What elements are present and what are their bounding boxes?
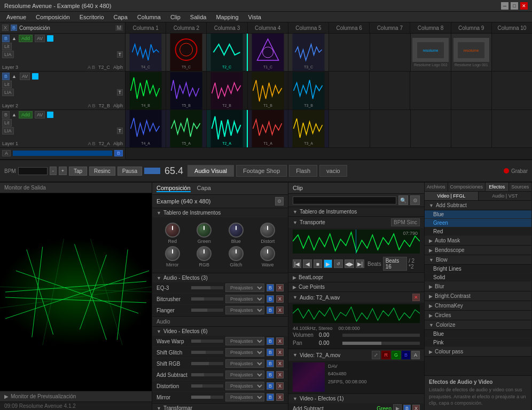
comp-settings-btn[interactable]: ⚙ <box>275 197 284 206</box>
knob-glitch-control[interactable] <box>229 246 244 261</box>
menu-mapping[interactable]: Mapping <box>212 13 242 21</box>
clip-l2-c4[interactable]: T1_B <box>248 72 288 109</box>
clip-video-effects-header[interactable]: ▼ Video - Efectos (1) <box>288 394 424 403</box>
clip-l2-c10[interactable] <box>492 72 532 109</box>
shiftrgb-b-btn[interactable]: B <box>267 360 274 367</box>
tab-footage-shop[interactable]: Footage Shop <box>236 165 287 177</box>
tablero-header[interactable]: ▼ Tablero de Instrumentos <box>152 208 288 217</box>
transport-end-btn[interactable]: ▶| <box>356 259 364 268</box>
layer3-add-btn[interactable]: Add <box>19 35 33 42</box>
knob-wave-control[interactable] <box>260 246 275 261</box>
clip-l2-c2[interactable]: T5_B <box>166 72 207 109</box>
bpm-plus-btn[interactable]: + <box>59 167 67 175</box>
bpm-minus-btn[interactable]: - <box>50 167 57 175</box>
mode-label[interactable]: M <box>115 25 123 31</box>
clip-l3-c2[interactable]: T5_C <box>166 34 207 71</box>
clip-settings-btn[interactable]: ⚙ <box>410 195 420 205</box>
effect-bitcrusher-x-btn[interactable]: X <box>276 295 284 303</box>
clip-video-expand-btn[interactable]: ⤢ <box>372 351 380 359</box>
b-toggle[interactable]: B <box>11 25 17 31</box>
layer2-av-btn[interactable]: AV <box>20 73 30 80</box>
menu-salida[interactable]: Salida <box>186 13 211 21</box>
bpm-input[interactable]: 120.00 <box>18 167 48 175</box>
effect-flanger-b-btn[interactable]: B <box>267 306 274 314</box>
clip-video-r-btn[interactable]: R <box>381 351 390 359</box>
clip-l1-c2[interactable]: T5_A <box>166 110 207 147</box>
cat-colour-pass[interactable]: ▶ Colour pass <box>425 347 531 357</box>
layer1-lit-btn[interactable]: Lit <box>2 119 12 127</box>
layer3-lia-btn[interactable]: LIA <box>2 51 14 58</box>
item-as-green[interactable]: Green <box>425 219 531 227</box>
clip-l2-c7[interactable] <box>370 72 410 109</box>
layer1-lia-btn[interactable]: LIA <box>2 127 14 135</box>
sources-tab[interactable]: Sources <box>509 183 531 191</box>
audio-effects-header[interactable]: ▼ Audio - Efectos (3) <box>152 273 288 282</box>
cue-points-header[interactable]: ▶ Cue Points <box>288 282 424 292</box>
layer3-b-btn[interactable]: B <box>2 35 10 42</box>
clip-l3-c3-active[interactable]: T2_C <box>207 34 248 71</box>
bpm-sinc-label[interactable]: BPM Sinc <box>391 218 420 226</box>
volumen-track[interactable] <box>342 334 420 337</box>
cat-blur[interactable]: ▶ Blur <box>425 282 531 291</box>
clip-name-input[interactable]: T2_A <box>293 196 396 204</box>
clip-l1-c4[interactable]: T1_A <box>248 110 288 147</box>
clip-l3-c4[interactable]: T1_C <box>248 34 288 71</box>
beatloop-header[interactable]: ▶ BeatLoopr <box>288 273 424 282</box>
distortion-b-btn[interactable]: B <box>267 382 274 390</box>
effect-bitcrusher-preset[interactable]: Preajustes <box>225 295 264 303</box>
transport-loop-btn[interactable]: ↺ <box>334 259 342 268</box>
effect-eq3-x-btn[interactable]: X <box>276 284 284 291</box>
comp-tab[interactable]: Composición <box>157 185 191 192</box>
clip-l2-c5[interactable]: T3_B <box>288 72 329 109</box>
tap-button[interactable]: Tap <box>69 167 87 176</box>
clip-video-g-btn[interactable]: G <box>392 351 401 359</box>
menu-columna[interactable]: Columna <box>133 13 165 21</box>
cat-colorize[interactable]: ▼ Colorize <box>425 320 531 330</box>
layer3-t-btn[interactable]: T <box>117 51 123 58</box>
menu-avenue[interactable]: Avenue <box>2 13 30 21</box>
clip-l3-logo2[interactable]: resolume Resolume Logo 001 <box>451 34 492 71</box>
cat-bendoscope[interactable]: ▶ Bendoscope <box>425 246 531 255</box>
tab-vacio[interactable]: vacio <box>319 165 347 177</box>
clip-audio-close-btn[interactable]: ✕ <box>412 294 420 301</box>
clip-l1-c3-active[interactable]: T2_A <box>207 110 248 147</box>
mirror-x-btn[interactable]: X <box>276 393 284 401</box>
transport-next-btn[interactable]: ◀▶ <box>345 259 354 268</box>
effect-eq3-b-btn[interactable]: B <box>267 284 274 291</box>
clip-l2-c8[interactable] <box>410 72 451 109</box>
pan-track[interactable] <box>342 342 420 345</box>
clip-l1-c6[interactable] <box>329 110 370 147</box>
menu-vista[interactable]: Vista <box>244 13 265 21</box>
clip-l2-c1[interactable]: T4_B <box>126 72 166 109</box>
transport-prev-btn[interactable]: |◀ <box>293 259 301 268</box>
clip-l2-c6[interactable] <box>329 72 370 109</box>
transport-play-btn[interactable]: ▶ <box>324 259 332 268</box>
wavewarp-b-btn[interactable]: B <box>267 337 274 345</box>
layer1-b-btn[interactable]: B <box>2 111 10 119</box>
item-as-blue[interactable]: Blue <box>425 210 531 219</box>
shiftglitch-x-btn[interactable]: X <box>276 349 284 356</box>
item-colorize-pink[interactable]: Pink <box>425 338 531 347</box>
knob-red-control[interactable] <box>165 223 180 238</box>
mirror-b-btn[interactable]: B <box>267 393 274 401</box>
cat-add-subtract[interactable]: ▼ Add Subtract <box>425 201 531 210</box>
cat-bright-contrast[interactable]: ▶ Bright.Contrast <box>425 291 531 301</box>
item-as-red[interactable]: Red <box>425 227 531 236</box>
preview-arrow[interactable]: ▶ <box>4 393 9 399</box>
transport-stop-btn[interactable]: ■ <box>314 259 322 268</box>
knob-mirror-control[interactable] <box>165 246 180 261</box>
layer2-lia-btn[interactable]: LIA <box>2 89 14 96</box>
close-button[interactable]: ✕ <box>520 2 528 10</box>
cat-auto-mask[interactable]: ▶ Auto Mask <box>425 236 531 246</box>
clip-l1-c9[interactable] <box>451 110 492 147</box>
clip-l1-c5[interactable]: T3_A <box>288 110 329 147</box>
clip-l1-c7[interactable] <box>370 110 411 147</box>
menu-clip[interactable]: Clip <box>166 13 185 21</box>
clip-l3-c7[interactable] <box>370 34 411 71</box>
efectos-tab-active[interactable]: Efectos <box>486 183 508 191</box>
knob-green-control[interactable] <box>197 223 212 238</box>
video-effects-header[interactable]: ▼ Video - Efectos (6) <box>152 327 288 336</box>
clip-l3-c6[interactable] <box>329 34 370 71</box>
video-ffgl-tab[interactable]: Video | FFGL <box>425 192 479 200</box>
pausa-button[interactable]: Pausa <box>118 167 142 176</box>
